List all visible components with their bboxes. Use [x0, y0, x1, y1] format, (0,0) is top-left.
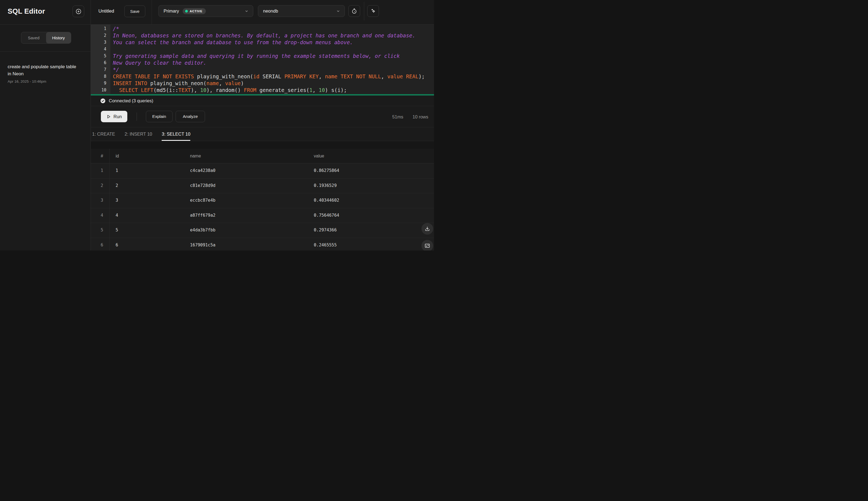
- topbar: Untitled Save Primary ACTIVE neondb: [91, 0, 434, 24]
- code-line[interactable]: 8CREATE TABLE IF NOT EXISTS playing_with…: [91, 73, 434, 80]
- sql-editor-app: SQL Editor Saved History create and popu…: [0, 0, 434, 250]
- cell-id: 1: [116, 163, 118, 178]
- query-duration: 51ms: [392, 114, 403, 119]
- code-text: /*: [113, 25, 119, 32]
- table-column-divider: [109, 149, 110, 250]
- ai-assist-button[interactable]: [367, 5, 379, 17]
- cell-id: 5: [116, 223, 118, 237]
- code-text: INSERT INTO playing_with_neon(name, valu…: [113, 80, 244, 87]
- cell-value: 0.2974366: [314, 223, 337, 237]
- table-row[interactable]: 11c4ca4238a00.86275864: [91, 163, 434, 179]
- expand-results-button[interactable]: [421, 240, 433, 250]
- code-line[interactable]: 10 SELECT LEFT(md5(i::TEXT), 10), random…: [91, 87, 434, 94]
- sidebar-divider: [0, 51, 90, 52]
- cell-index: 3: [97, 193, 107, 207]
- history-item-title: create and populate sample table in Neon: [8, 63, 76, 77]
- cell-value: 0.40344602: [314, 193, 339, 207]
- query-row-count: 10 rows: [413, 114, 428, 119]
- plus-circle-icon: [75, 8, 82, 15]
- cell-name: c4ca4238a0: [190, 163, 215, 178]
- code-line[interactable]: 9INSERT INTO playing_with_neon(name, val…: [91, 80, 434, 87]
- actions-divider: [136, 113, 137, 121]
- cell-id: 3: [116, 193, 118, 207]
- cell-index: 6: [97, 238, 107, 251]
- cell-index: 2: [97, 179, 107, 193]
- cell-name: a87ff679a2: [190, 208, 215, 223]
- cell-value: 0.1936529: [314, 179, 337, 193]
- database-select[interactable]: neondb: [258, 5, 345, 17]
- table-spacer: [91, 141, 434, 149]
- line-number: 4: [91, 46, 106, 53]
- branch-select-value: Primary: [164, 9, 179, 14]
- branch-status-badge: ACTIVE: [183, 8, 206, 14]
- cell-index: 1: [97, 163, 107, 178]
- cell-index: 4: [97, 208, 107, 223]
- branch-select[interactable]: Primary ACTIVE: [158, 5, 253, 17]
- check-circle-icon: [100, 98, 106, 104]
- code-text: New Query to clear the editor.: [113, 60, 206, 66]
- tab-history[interactable]: History: [46, 32, 71, 43]
- document-title: Untitled: [98, 9, 114, 14]
- database-select-value: neondb: [263, 9, 278, 14]
- sql-code-editor[interactable]: 1/*2In Neon, databases are stored on bra…: [91, 24, 434, 94]
- sidebar: SQL Editor Saved History create and popu…: [0, 0, 91, 250]
- code-line[interactable]: 2In Neon, databases are stored on branch…: [91, 32, 434, 39]
- line-number: 8: [91, 73, 106, 80]
- cell-name: c81e728d9d: [190, 179, 215, 193]
- result-tabs: 1: CREATE2: INSERT 103: SELECT 10: [91, 127, 434, 141]
- query-history-button[interactable]: [348, 5, 360, 17]
- topbar-divider: [152, 0, 152, 24]
- save-button[interactable]: Save: [124, 6, 145, 17]
- explain-button[interactable]: Explain: [146, 111, 173, 122]
- connection-status-bar: Connected (3 queries): [91, 96, 434, 106]
- sidebar-header: SQL Editor: [0, 0, 90, 24]
- column-header-index: #: [97, 149, 107, 163]
- download-icon: [425, 226, 430, 232]
- code-text: You can select the branch and database t…: [113, 39, 353, 46]
- line-number: 9: [91, 80, 106, 87]
- code-line[interactable]: 1/*: [91, 25, 434, 32]
- history-list-item[interactable]: create and populate sample table in Neon…: [0, 58, 90, 89]
- sparkles-icon: [370, 8, 376, 14]
- line-number: 10: [91, 87, 106, 94]
- cell-value: 0.75646764: [314, 208, 339, 223]
- run-button-label: Run: [113, 114, 122, 119]
- code-line[interactable]: 6New Query to clear the editor.: [91, 60, 434, 66]
- code-text: */: [113, 66, 119, 73]
- table-row[interactable]: 33eccbc87e4b0.40344602: [91, 193, 434, 208]
- result-tab[interactable]: 2: INSERT 10: [124, 127, 152, 141]
- analyze-button[interactable]: Analyze: [176, 111, 205, 122]
- code-line[interactable]: 3You can select the branch and database …: [91, 39, 434, 46]
- chevron-down-icon: [336, 9, 340, 13]
- table-row[interactable]: 22c81e728d9d0.1936529: [91, 179, 434, 193]
- table-body: 11c4ca4238a00.8627586422c81e728d9d0.1936…: [91, 163, 434, 250]
- line-number: 2: [91, 32, 106, 39]
- table-header: # id name value: [91, 149, 434, 163]
- run-button[interactable]: Run: [101, 111, 127, 122]
- cell-id: 6: [116, 238, 118, 251]
- branch-status-label: ACTIVE: [190, 10, 202, 13]
- page-title: SQL Editor: [8, 7, 45, 15]
- line-number: 3: [91, 39, 106, 46]
- table-row[interactable]: 44a87ff679a20.75646764: [91, 208, 434, 223]
- tab-saved[interactable]: Saved: [21, 32, 46, 43]
- code-text: CREATE TABLE IF NOT EXISTS playing_with_…: [113, 73, 425, 80]
- download-results-button[interactable]: [421, 223, 433, 235]
- history-item-timestamp: Apr 16, 2025 - 10:46pm: [8, 79, 83, 84]
- code-line[interactable]: 5Try generating sample data and querying…: [91, 53, 434, 60]
- new-query-button[interactable]: [73, 6, 84, 17]
- sidebar-tabs: Saved History: [21, 32, 71, 44]
- result-tab[interactable]: 1: CREATE: [92, 127, 115, 141]
- actions-row: Run Explain Analyze 51ms 10 rows: [91, 106, 434, 127]
- result-tab[interactable]: 3: SELECT 10: [162, 127, 190, 141]
- table-row[interactable]: 55e4da3b7fbb0.2974366: [91, 223, 434, 238]
- line-number: 7: [91, 66, 106, 73]
- table-row[interactable]: 661679091c5a0.2465555: [91, 238, 434, 251]
- cell-id: 2: [116, 179, 118, 193]
- code-line[interactable]: 4: [91, 46, 434, 53]
- code-line[interactable]: 7*/: [91, 66, 434, 73]
- cell-name: 1679091c5a: [190, 238, 215, 251]
- line-number: 5: [91, 53, 106, 60]
- cell-name: e4da3b7fbb: [190, 223, 215, 237]
- column-header-id: id: [116, 149, 119, 163]
